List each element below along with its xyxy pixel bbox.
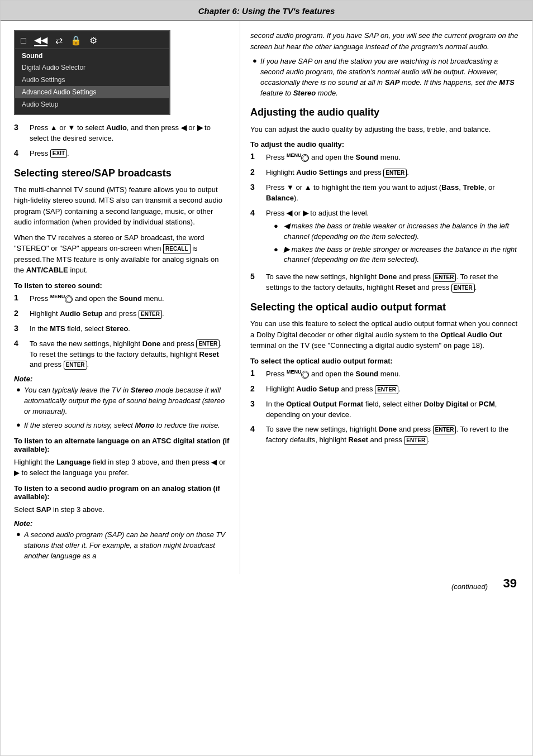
menu-item-audio-settings: Audio Settings — [15, 74, 169, 86]
subsection-atsc-title: To listen to an alternate language on an… — [14, 437, 230, 453]
aq-sub-bullet-2: ● ▶ makes the bass or treble stronger or… — [274, 245, 519, 266]
subsection-adjust-title: To adjust the audio quality: — [250, 140, 519, 149]
aq-step-num-4: 4 — [250, 208, 264, 217]
note-text-2: If the stereo sound is noisy, select Mon… — [24, 420, 220, 431]
page-header: Chapter 6: Using the TV's features — [1, 1, 532, 21]
optical-intro: You can use this feature to select the o… — [250, 318, 519, 351]
enter-key-aq5b: ENTER — [451, 284, 475, 293]
enter-key-aq5a: ENTER — [433, 273, 456, 282]
aq-step-3-text: Press ▼ or ▲ to highlight the item you w… — [266, 183, 519, 204]
opt-step-1: 1 Press MENU◯ and open the Sound menu. — [250, 369, 519, 380]
step-3-text: Press ▲ or ▼ to select Audio, and then p… — [30, 123, 230, 144]
menu-sound-label: Sound — [15, 49, 169, 61]
exit-key: EXIT — [50, 149, 67, 158]
section-audio-quality-title: Adjusting the audio quality — [250, 106, 519, 119]
audio-quality-intro: You can adjust the audio quality by adju… — [250, 124, 519, 135]
menu-icon-opt1: ◯ — [301, 371, 309, 379]
menu-item-advanced-audio: Advanced Audio Settings — [15, 86, 169, 98]
chapter-title: Chapter 6: Using the TV's features — [198, 6, 335, 16]
stereo-step-2-text: Highlight Audio Setup and press ENTER. — [30, 309, 230, 319]
right-bullet-1: ● — [253, 56, 260, 65]
subsection-stereo-sound-title: To listen to stereo sound: — [14, 281, 230, 290]
right-note-text-1: If you have SAP on and the station you a… — [260, 56, 519, 98]
enter-key-opt2: ENTER — [375, 385, 398, 394]
aq-step-3: 3 Press ▼ or ▲ to highlight the item you… — [250, 183, 519, 204]
menu-image: □ ◀◀ ⇄ 🔒 ⚙ Sound Digital Audio Selector … — [14, 30, 170, 115]
opt-step-num-1: 1 — [250, 369, 264, 377]
opt-step-3-text: In the Optical Output Format field, sele… — [266, 399, 519, 420]
left-column: □ ◀◀ ⇄ 🔒 ⚙ Sound Digital Audio Selector … — [1, 21, 240, 574]
step-4-exit: 4 Press EXIT. — [14, 149, 230, 159]
menu-icon-bar: □ ◀◀ ⇄ 🔒 ⚙ — [15, 31, 169, 49]
note-text-3: A second audio program (SAP) can be hear… — [24, 530, 230, 562]
page-wrapper: Chapter 6: Using the TV's features □ ◀◀ … — [0, 0, 533, 756]
step-number-3: 3 — [14, 123, 27, 132]
aq-step-5-text: To save the new settings, highlight Done… — [266, 272, 519, 293]
stereo-step-1: 1 Press MENU◯ and open the Sound menu. — [14, 293, 230, 304]
content-area: □ ◀◀ ⇄ 🔒 ⚙ Sound Digital Audio Selector … — [1, 21, 532, 574]
section-optical-title: Selecting the optical audio output forma… — [250, 301, 519, 314]
menu-icon-lock: 🔒 — [70, 35, 82, 46]
step-4-text: Press EXIT. — [30, 149, 230, 159]
aq-step-2: 2 Highlight Audio Settings and press ENT… — [250, 168, 519, 178]
note-text-1: You can typically leave the TV in Stereo… — [24, 385, 230, 417]
stereo-sap-intro: The multi-channel TV sound (MTS) feature… — [14, 184, 230, 228]
enter-key-s4a: ENTER — [196, 339, 220, 348]
opt-step-3: 3 In the Optical Output Format field, se… — [250, 399, 519, 420]
enter-key-opt4a: ENTER — [433, 425, 456, 434]
enter-key-s4b: ENTER — [64, 361, 87, 370]
stereo-step-1-text: Press MENU◯ and open the Sound menu. — [30, 293, 230, 304]
page-number: 39 — [503, 576, 517, 591]
menu-icon-equalizer: ⇄ — [55, 35, 63, 46]
menu-label-opt1: MENU — [287, 369, 302, 375]
menu-icon-circle: ◯ — [65, 295, 73, 303]
aq-step-4: 4 Press ◀ or ▶ to adjust the level. ● ◀ … — [250, 208, 519, 267]
note-item-3: ● A second audio program (SAP) can be he… — [14, 530, 230, 562]
subsection-analog-title: To listen to a second audio program on a… — [14, 484, 230, 501]
menu-item-digital-audio: Digital Audio Selector — [15, 61, 169, 74]
menu-superscript: MENU — [50, 294, 65, 299]
atsc-text: Highlight the Language field in step 3 a… — [14, 457, 230, 479]
stereo-step-3-text: In the MTS field, select Stereo. — [30, 324, 230, 334]
menu-label-aq1: MENU — [287, 152, 302, 158]
aq-step-4-text: Press ◀ or ▶ to adjust the level. ● ◀ ma… — [266, 208, 519, 267]
aq-step-num-3: 3 — [250, 183, 264, 192]
stereo-step-4-text: To save the new settings, highlight Done… — [30, 339, 230, 371]
menu-icon-aq1: ◯ — [301, 154, 309, 162]
aq-step-num-2: 2 — [250, 168, 264, 176]
opt-step-2-text: Highlight Audio Setup and press ENTER. — [266, 384, 519, 395]
step-3-select-audio: 3 Press ▲ or ▼ to select Audio, and then… — [14, 123, 230, 144]
stereo-step-num-1: 1 — [14, 293, 27, 302]
opt-step-4-text: To save the new settings, highlight Done… — [266, 424, 519, 446]
aq-step-1-text: Press MENU◯ and open the Sound menu. — [266, 152, 519, 163]
note-title-1: Note: — [14, 375, 230, 383]
enter-key-aq2: ENTER — [383, 169, 407, 178]
menu-item-audio-setup: Audio Setup — [15, 98, 169, 111]
opt-step-num-4: 4 — [250, 424, 264, 433]
analog-text: Select SAP in step 3 above. — [14, 504, 230, 515]
opt-step-num-3: 3 — [250, 399, 264, 408]
menu-icon-gear: ⚙ — [89, 35, 97, 46]
section-stereo-sap-title: Selecting stereo/SAP broadcasts — [14, 167, 230, 180]
step-number-4: 4 — [14, 149, 27, 157]
enter-key-opt4b: ENTER — [404, 436, 427, 445]
stereo-sap-para2: When the TV receives a stereo or SAP bro… — [14, 232, 230, 276]
stereo-step-num-2: 2 — [14, 309, 27, 318]
right-note-item-1: ● If you have SAP on and the station you… — [250, 56, 519, 98]
stereo-step-2: 2 Highlight Audio Setup and press ENTER. — [14, 309, 230, 319]
aq-step-num-5: 5 — [250, 272, 264, 281]
aq-step-1: 1 Press MENU◯ and open the Sound menu. — [250, 152, 519, 163]
right-column: second audio program. If you have SAP on… — [240, 21, 532, 574]
aq-sub-bullet-1: ● ◀ makes the bass or treble weaker or i… — [274, 221, 519, 242]
menu-icon-square: □ — [21, 36, 26, 46]
bullet-3: ● — [16, 530, 24, 538]
opt-step-1-text: Press MENU◯ and open the Sound menu. — [266, 369, 519, 380]
aq-bullet-text-1: ◀ makes the bass or treble weaker or inc… — [284, 221, 519, 242]
note-item-2: ● If the stereo sound is noisy, select M… — [14, 420, 230, 431]
aq-bullet-text-2: ▶ makes the bass or treble stronger or i… — [284, 245, 519, 266]
stereo-step-num-3: 3 — [14, 324, 27, 333]
stereo-step-num-4: 4 — [14, 339, 27, 348]
aq-step-2-text: Highlight Audio Settings and press ENTER… — [266, 168, 519, 178]
enter-key-s2: ENTER — [139, 310, 162, 319]
bullet-1: ● — [16, 385, 24, 394]
